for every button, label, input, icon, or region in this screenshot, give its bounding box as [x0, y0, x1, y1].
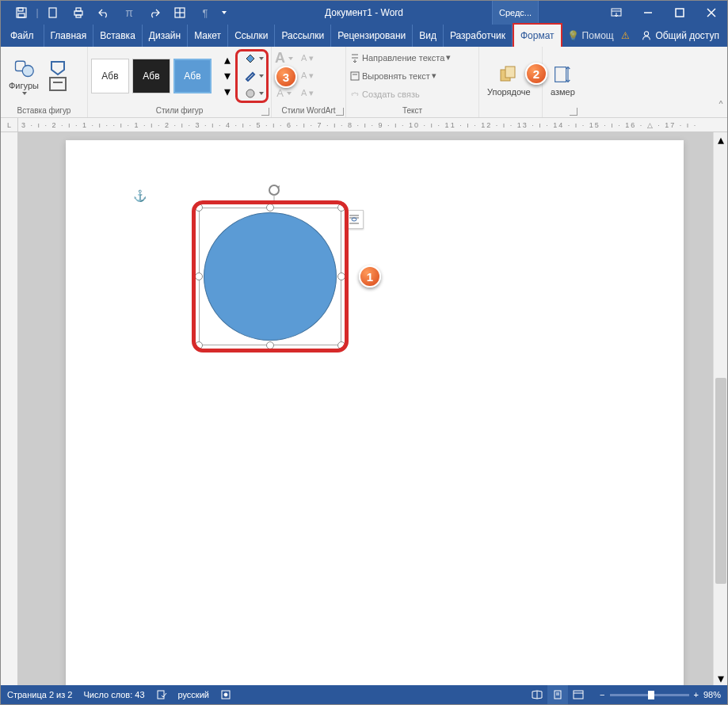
wordart-quick[interactable]: A [275, 51, 293, 67]
new-button[interactable] [40, 1, 66, 25]
group-shape-styles: Абв Абв Абв ▴ ▾ ▾ Стили фигур [88, 47, 272, 117]
tab-view[interactable]: Вид [413, 25, 444, 47]
macro-icon[interactable] [220, 689, 231, 700]
collapse-ribbon-button[interactable]: ˄ [718, 99, 724, 114]
tell-me-search[interactable]: 💡Помощ [562, 25, 619, 47]
view-buttons [527, 685, 589, 704]
shape-outline-button[interactable] [245, 68, 264, 84]
word-count[interactable]: Число слов: 43 [83, 690, 144, 699]
wordart-launcher[interactable] [336, 108, 344, 116]
tab-design[interactable]: Дизайн [143, 25, 188, 47]
handle-n[interactable] [266, 204, 274, 212]
tab-home[interactable]: Главная [44, 25, 94, 47]
scroll-down-button[interactable]: ▾ [714, 671, 728, 685]
text-direction-label: Направление текста [362, 53, 444, 63]
undo-button[interactable] [91, 1, 116, 25]
text-direction-button[interactable]: Направление текста ▾ [349, 50, 451, 66]
create-link-button[interactable]: Создать связь [349, 86, 451, 102]
horizontal-ruler[interactable]: 3 · ı · 2 · ı · 1 · ı · · ı · 1 · ı · 2 … [18, 118, 713, 132]
size-launcher[interactable] [570, 108, 577, 116]
tab-developer[interactable]: Разработчик [444, 25, 513, 47]
handle-w[interactable] [195, 272, 203, 280]
selected-shape[interactable] [199, 208, 341, 345]
zoom-thumb[interactable] [648, 691, 654, 699]
text-outline-button[interactable]: A ▾ [301, 68, 314, 84]
qat-customize[interactable] [218, 1, 229, 25]
layout-options-button[interactable] [345, 210, 364, 229]
shape-style-1[interactable]: Абв [91, 59, 129, 93]
print-layout-button[interactable] [547, 685, 568, 704]
svg-rect-4 [74, 11, 82, 15]
tab-format[interactable]: Формат [513, 23, 562, 47]
pi-button[interactable]: π [116, 1, 142, 25]
language-indicator[interactable]: русский [178, 690, 209, 699]
work-area: ⚓ [1, 132, 727, 685]
shape-style-2[interactable]: Абв [132, 59, 170, 93]
tab-file[interactable]: Файл [1, 25, 44, 47]
minimize-button[interactable] [632, 1, 664, 25]
ruler-corner[interactable]: L [1, 118, 18, 132]
show-marks-button[interactable]: ¶ [192, 1, 218, 25]
style-gallery-down[interactable]: ▾ [216, 69, 238, 83]
page-indicator[interactable]: Страница 2 из 2 [7, 690, 72, 699]
read-mode-button[interactable] [527, 685, 547, 704]
shapes-button[interactable]: Фигуры [4, 55, 44, 97]
scroll-thumb[interactable] [715, 378, 726, 584]
zoom-slider[interactable] [610, 694, 689, 696]
zoom-in-button[interactable]: + [694, 690, 699, 699]
warning-icon[interactable]: ⚠ [619, 25, 633, 47]
zoom-out-button[interactable]: − [600, 690, 604, 699]
svg-rect-13 [676, 9, 684, 17]
shape-effects-button[interactable] [245, 86, 264, 101]
callout-3: 3 [275, 66, 297, 88]
share-button[interactable]: Общий доступ [633, 25, 727, 47]
shape-styles-launcher[interactable] [261, 108, 269, 116]
close-button[interactable] [696, 1, 727, 25]
text-fill-button[interactable]: A ▾ [301, 51, 314, 67]
web-layout-button[interactable] [568, 685, 589, 704]
text-effects-button[interactable]: A ▾ [301, 86, 314, 101]
vertical-scrollbar[interactable]: ▴ ▾ [713, 132, 727, 685]
table-button[interactable] [167, 1, 192, 25]
svg-point-30 [269, 185, 279, 195]
print-button[interactable] [66, 1, 91, 25]
align-text-button[interactable]: Выровнять текст ▾ [349, 68, 451, 84]
size-button[interactable]: азмер [546, 62, 580, 98]
tab-layout[interactable]: Макет [188, 25, 228, 47]
size-label: азмер [551, 87, 575, 97]
zoom-level[interactable]: 98% [703, 690, 721, 699]
tab-review[interactable]: Рецензировани [331, 25, 413, 47]
handle-s[interactable] [266, 341, 274, 349]
shape-style-3[interactable]: Абв [173, 59, 212, 93]
vertical-ruler[interactable] [1, 132, 18, 685]
style-gallery-up[interactable]: ▴ [216, 53, 238, 67]
ribbon-options-button[interactable] [600, 6, 632, 19]
anchor-icon: ⚓ [133, 189, 147, 202]
page[interactable]: ⚓ [66, 140, 684, 685]
text-box-button[interactable] [47, 77, 69, 91]
ruler-row: L 3 · ı · 2 · ı · 1 · ı · · ı · 1 · ı · … [1, 118, 727, 132]
save-button[interactable] [9, 1, 34, 25]
handle-nw[interactable] [195, 204, 203, 212]
scroll-up-button[interactable]: ▴ [714, 132, 728, 147]
ribbon-tabs: Файл Главная Вставка Дизайн Макет Ссылки… [1, 25, 727, 47]
redo-button[interactable] [142, 1, 167, 25]
svg-rect-19 [50, 78, 66, 90]
circle-shape[interactable] [204, 212, 337, 341]
document-area[interactable]: ⚓ [18, 132, 713, 685]
maximize-button[interactable] [664, 1, 696, 25]
handle-sw[interactable] [195, 341, 203, 349]
handle-e[interactable] [337, 272, 345, 280]
shape-fill-button[interactable] [245, 51, 264, 67]
tab-mailings[interactable]: Рассылки [275, 25, 331, 47]
ribbon: Фигуры Вставка фигур Абв Абв Абв ▴ ▾ ▾ [1, 47, 727, 118]
tab-references[interactable]: Ссылки [228, 25, 275, 47]
titlebar: | π ¶ Документ1 - Word Средс... [1, 1, 727, 25]
tell-me-label: Помощ [582, 30, 614, 41]
handle-se[interactable] [337, 341, 345, 349]
style-gallery-more[interactable]: ▾ [216, 85, 238, 99]
spellcheck-icon[interactable] [156, 689, 167, 700]
svg-rect-6 [76, 15, 81, 17]
tab-insert[interactable]: Вставка [93, 25, 143, 47]
window-controls [632, 1, 727, 25]
